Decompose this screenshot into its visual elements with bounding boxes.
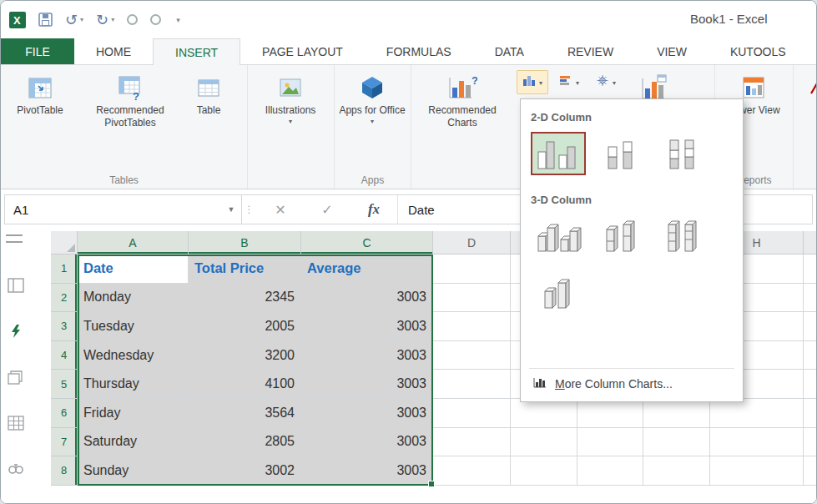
tab-kutools[interactable]: KUTOOLS [709, 38, 808, 64]
cell-G7[interactable] [643, 428, 710, 457]
row-header-6[interactable]: 6 [51, 399, 78, 428]
cell-C4[interactable]: 3003 [301, 341, 433, 370]
cell-A6[interactable]: Friday [78, 399, 189, 428]
tab-view[interactable]: VIEW [635, 38, 709, 64]
cell-D6[interactable] [433, 399, 511, 428]
redo-button[interactable]: ↻▾ [96, 13, 114, 28]
cancel-entry-button[interactable]: ✕ [257, 195, 304, 224]
navigation-pane-button[interactable] [6, 276, 26, 295]
tab-formulas[interactable]: FORMULAS [365, 38, 473, 64]
recommended-pivottables-button[interactable]: ? Recommended PivotTables [78, 67, 183, 129]
cell-E6[interactable] [511, 399, 577, 428]
apps-for-office-button[interactable]: Apps for Office ▾ [336, 67, 408, 125]
fill-handle[interactable] [428, 481, 435, 487]
redo-caret-icon[interactable]: ▾ [111, 17, 114, 23]
undo-button[interactable]: ↺▾ [65, 13, 83, 28]
cell-B1[interactable]: Total Price [189, 255, 301, 284]
chart-3d-column[interactable] [531, 271, 586, 315]
cell-C3[interactable]: 3003 [301, 312, 433, 341]
row-header-5[interactable]: 5 [51, 370, 78, 399]
column-header-D[interactable]: D [433, 231, 511, 255]
cell-C2[interactable]: 3003 [301, 284, 433, 313]
row-header-4[interactable]: 4 [51, 341, 78, 370]
cell-B4[interactable]: 3200 [189, 341, 301, 370]
tab-review[interactable]: REVIEW [546, 38, 635, 64]
tab-insert[interactable]: INSERT [153, 38, 240, 65]
cell-H6[interactable] [710, 399, 804, 428]
tab-page-layout[interactable]: PAGE LAYOUT [240, 38, 365, 64]
insert-bar-chart-button[interactable]: ▾ [553, 70, 585, 94]
chart-2d-stacked-column[interactable] [593, 132, 648, 175]
cell-H7[interactable] [710, 428, 804, 457]
illustrations-button[interactable]: Illustrations ▾ [250, 67, 331, 125]
cell-G8[interactable] [643, 456, 710, 486]
pivottable-button[interactable]: PivotTable [3, 67, 78, 117]
cell-A4[interactable]: Wednesday [78, 341, 189, 370]
line-sparkline-button[interactable] [795, 67, 816, 104]
cell-D3[interactable] [433, 312, 511, 341]
tab-file[interactable]: FILE [1, 38, 74, 64]
cell-E8[interactable] [511, 456, 577, 486]
cell-B2[interactable]: 2345 [189, 284, 301, 313]
recommended-charts-button[interactable]: ? Recommended Charts [413, 67, 512, 129]
cell-C1[interactable]: Average [301, 255, 433, 284]
cell-A1[interactable]: Date [78, 255, 189, 284]
worksheets-stack-button[interactable] [6, 368, 26, 386]
cell-C8[interactable]: 3003 [301, 456, 433, 486]
cell-B5[interactable]: 4100 [189, 370, 301, 399]
chart-3d-stacked-column[interactable] [593, 214, 648, 258]
tab-data[interactable]: DATA [473, 38, 546, 64]
chart-2d-100-stacked-column[interactable] [654, 132, 709, 175]
cell-D4[interactable] [433, 341, 511, 370]
cell-F7[interactable] [577, 428, 643, 457]
name-box[interactable]: A1 ▼ [5, 195, 242, 224]
cell-H8[interactable] [710, 456, 804, 486]
insert-column-chart-button[interactable]: ▾ [517, 70, 548, 94]
chart-2d-clustered-column[interactable] [531, 132, 586, 175]
cell-D7[interactable] [433, 428, 511, 457]
chart-3d-100-stacked-column[interactable] [654, 214, 709, 258]
insert-radar-chart-button[interactable]: ▾ [590, 70, 622, 94]
record-circle-button-2[interactable] [150, 14, 161, 25]
cell-D8[interactable] [433, 456, 511, 486]
cell-B3[interactable]: 2005 [189, 312, 301, 341]
formula-helper-button[interactable] [6, 322, 26, 340]
customize-qat-icon[interactable]: ▾ [176, 16, 180, 24]
table-button[interactable]: Table [183, 67, 235, 117]
cell-F8[interactable] [577, 456, 643, 486]
tab-home[interactable]: HOME [74, 38, 153, 64]
column-header-C[interactable]: C [301, 231, 433, 255]
cell-D2[interactable] [433, 284, 511, 313]
cell-A2[interactable]: Monday [78, 284, 189, 313]
cell-A3[interactable]: Tuesday [78, 312, 189, 341]
cell-C7[interactable]: 3003 [301, 428, 433, 457]
select-all-corner[interactable] [51, 231, 78, 255]
cell-A5[interactable]: Thursday [78, 370, 189, 399]
cell-C5[interactable]: 3003 [301, 370, 433, 399]
row-header-7[interactable]: 7 [51, 428, 78, 457]
grid-view-button[interactable] [6, 414, 26, 432]
undo-caret-icon[interactable]: ▾ [80, 17, 83, 23]
cell-B8[interactable]: 3002 [189, 456, 301, 486]
name-box-caret-icon[interactable]: ▼ [221, 205, 241, 214]
cell-F6[interactable] [577, 399, 643, 428]
cell-D5[interactable] [433, 370, 511, 399]
pane-collapse-handle-icon[interactable] [6, 234, 23, 243]
row-header-2[interactable]: 2 [51, 284, 78, 313]
cell-E7[interactable] [511, 428, 577, 457]
row-header-3[interactable]: 3 [51, 312, 78, 341]
chart-3d-clustered-column[interactable] [531, 214, 586, 258]
row-header-1[interactable]: 1 [51, 255, 78, 284]
cell-A8[interactable]: Sunday [78, 456, 189, 486]
save-button[interactable] [38, 13, 53, 27]
column-header-A[interactable]: A [78, 231, 189, 255]
cell-G6[interactable] [643, 399, 710, 428]
cell-C6[interactable]: 3003 [301, 399, 433, 428]
find-button[interactable] [6, 460, 26, 478]
cell-B6[interactable]: 3564 [189, 399, 301, 428]
insert-function-button[interactable]: fx [351, 195, 397, 224]
row-header-8[interactable]: 8 [51, 456, 78, 486]
cell-A7[interactable]: Saturday [78, 428, 189, 457]
cell-B7[interactable]: 2805 [189, 428, 301, 457]
confirm-entry-button[interactable]: ✓ [304, 195, 351, 224]
